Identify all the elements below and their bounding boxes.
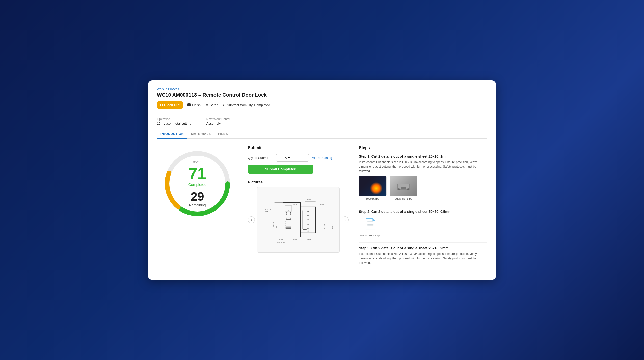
step-3: Step 3. Cut 2 details out of a single sh… (359, 246, 487, 265)
pdf-icon-container[interactable]: 📄 (363, 215, 378, 233)
step-2-image-pdf: 📄 how to process.pdf (359, 215, 382, 237)
operation-label: Operation (157, 117, 191, 121)
clock-out-label: Clock Out (164, 103, 179, 107)
qty-select[interactable]: 1 EA 2 EA 5 EA (279, 156, 291, 160)
gauge-section: 05:11 71 Completed 29 Remaining (157, 146, 238, 271)
svg-point-35 (398, 188, 400, 190)
carousel-next-button[interactable]: › (342, 216, 349, 223)
middle-section: Submit Qty. to Submit 1 EA 2 EA 5 EA All… (248, 146, 349, 271)
svg-rect-2 (285, 206, 292, 211)
svg-point-29 (307, 224, 308, 225)
svg-text:or 57.5mm: or 57.5mm (277, 241, 285, 243)
svg-text:111mm: 111mm (273, 222, 274, 227)
svg-text:19mm: 19mm (307, 239, 311, 241)
step-1-desc: Instructions: Cut sheets sized 2.100 x 3… (359, 160, 487, 173)
content-area: 05:11 71 Completed 29 Remaining Submit Q… (157, 146, 487, 271)
step-3-heading: Step 3. Cut 2 details out of a single sh… (359, 246, 487, 250)
pdf-label: how to process.pdf (359, 234, 382, 237)
gauge-time: 05:11 (188, 160, 207, 164)
trash-icon: 🗑 (205, 103, 208, 107)
step-2-images: 📄 how to process.pdf (359, 215, 487, 237)
next-work-center-label: Next Work Center (206, 117, 230, 121)
svg-rect-7 (286, 225, 291, 226)
gauge-remaining-label: Remaining (188, 203, 207, 207)
svg-text:11mm: 11mm (293, 203, 297, 205)
pdf-icon: 📄 (364, 218, 377, 230)
svg-text:25mm: 25mm (307, 199, 311, 200)
step-1-images: receipt.jpg (359, 176, 487, 200)
schematic-image: 25mm 67mm or 79.5mm 11mm 30mm 177mm 200m… (257, 187, 340, 253)
step-1-divider (359, 206, 487, 206)
finish-icon (187, 103, 191, 106)
pictures-carousel: ‹ (248, 187, 349, 253)
svg-text:30mm: 30mm (320, 204, 324, 205)
tab-materials[interactable]: MATERIALS (187, 130, 214, 139)
step-1-image-equipment: equipment.jpg (390, 176, 417, 200)
steps-section: Steps Step 1. Cut 2 details out of a sin… (359, 146, 487, 271)
step-1-image-receipt: receipt.jpg (359, 176, 387, 200)
operation-value: 10 - Laser metal cutting (157, 122, 191, 125)
submit-title: Submit (248, 146, 349, 150)
svg-rect-10 (303, 210, 307, 229)
svg-text:177mm: 177mm (324, 224, 326, 229)
svg-text:79.5mm: 79.5mm (265, 211, 271, 212)
next-work-center-field: Next Work Center Assembly (206, 117, 230, 125)
gauge-completed-label: Completed (188, 182, 207, 186)
svg-rect-5 (286, 221, 291, 222)
receipt-thumb[interactable] (359, 176, 387, 196)
clock-out-button[interactable]: Clock Out (157, 101, 183, 109)
svg-rect-8 (286, 227, 291, 228)
operation-field: Operation 10 - Laser metal cutting (157, 117, 191, 125)
svg-point-36 (407, 188, 409, 190)
step-1: Step 1. Cut 2 details out of a single sh… (359, 154, 487, 200)
subtract-icon: ↩ (223, 103, 226, 107)
qty-input-wrapper[interactable]: 1 EA 2 EA 5 EA (276, 154, 309, 162)
svg-rect-4 (286, 218, 291, 219)
svg-text:45mm: 45mm (279, 239, 283, 241)
submit-completed-button[interactable]: Submit Completed (248, 165, 313, 174)
svg-point-3 (286, 211, 291, 216)
svg-point-26 (307, 211, 308, 212)
svg-text:200mm: 200mm (332, 224, 333, 229)
step-1-heading: Step 1. Cut 2 details out of a single sh… (359, 154, 487, 158)
gauge-container: 05:11 71 Completed 29 Remaining (159, 146, 235, 221)
subtract-button[interactable]: ↩ Subtract from Qty. Completed (223, 103, 270, 107)
svg-text:57mm: 57mm (276, 225, 277, 229)
svg-point-30 (307, 228, 308, 229)
toolbar-divider (157, 114, 487, 114)
equipment-thumb[interactable] (390, 176, 417, 196)
svg-text:20mm: 20mm (293, 239, 297, 241)
carousel-prev-button[interactable]: ‹ (248, 216, 255, 223)
svg-rect-34 (401, 187, 406, 189)
svg-point-27 (307, 215, 308, 216)
main-card: Work in Process WC10 AM000118 – Remote C… (148, 80, 496, 280)
subtract-label: Subtract from Qty. Completed (227, 103, 270, 107)
finish-label: Finish (192, 103, 201, 107)
finish-button[interactable]: Finish (187, 103, 201, 107)
scrap-button[interactable]: 🗑 Scrap (205, 103, 218, 107)
toolbar: Clock Out Finish 🗑 Scrap ↩ Subtract from… (157, 101, 487, 109)
steps-title: Steps (359, 146, 487, 150)
qty-row: Qty. to Submit 1 EA 2 EA 5 EA All Remain… (248, 154, 349, 162)
step-2-heading: Step 2. Cut 2 details out of a single sh… (359, 209, 487, 214)
svg-text:67mm or: 67mm or (265, 209, 271, 210)
submit-btn-label: Submit Completed (265, 167, 296, 171)
all-remaining-link[interactable]: All Remaining (312, 156, 332, 160)
tab-production[interactable]: PRODUCTION (157, 130, 187, 139)
pictures-title: Pictures (248, 180, 349, 184)
breadcrumb: Work in Process (157, 87, 487, 91)
page-title: WC10 AM000118 – Remote Control Door Lock (157, 92, 487, 98)
step-2-divider (359, 242, 487, 243)
receipt-label: receipt.jpg (366, 197, 379, 200)
scrap-label: Scrap (210, 103, 218, 107)
qty-label: Qty. to Submit (248, 156, 273, 160)
gauge-completed-num: 71 (188, 165, 207, 182)
gauge-center: 05:11 71 Completed 29 Remaining (188, 160, 207, 207)
svg-point-31 (307, 230, 308, 231)
step-3-desc: Instructions: Cut sheets sized 2.100 x 3… (359, 252, 487, 265)
info-row: Operation 10 - Laser metal cutting Next … (157, 117, 487, 125)
equipment-svg (396, 180, 411, 192)
svg-rect-6 (286, 223, 291, 224)
gauge-remaining-num: 29 (188, 190, 207, 202)
tab-files[interactable]: FILES (214, 130, 231, 139)
